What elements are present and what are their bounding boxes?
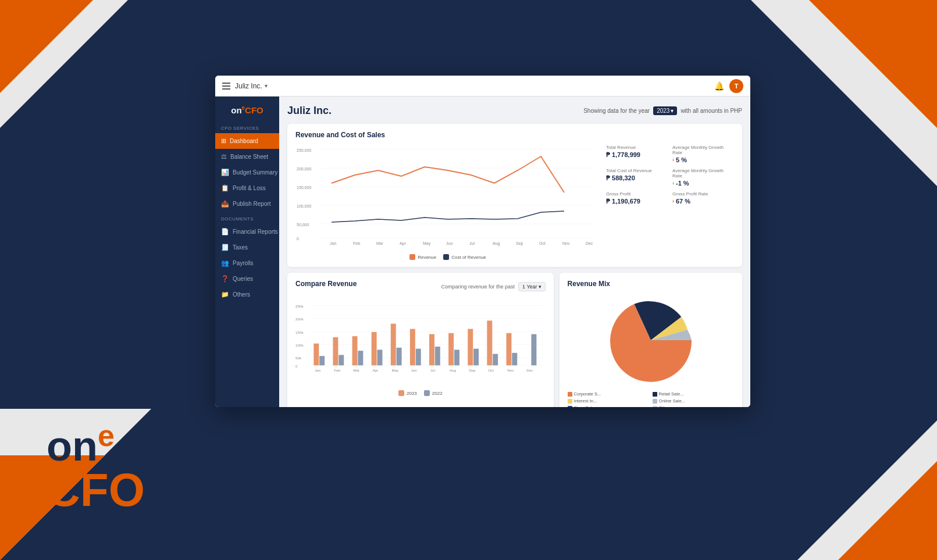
compare-chart-legend: 2023 2022 bbox=[295, 390, 546, 396]
sidebar-item-taxes[interactable]: 🧾 Taxes bbox=[215, 240, 279, 255]
stat-total-cost-label: Total Cost of Revenue bbox=[606, 168, 668, 173]
bar-2023-may bbox=[391, 324, 396, 366]
year-value: 2023 bbox=[657, 108, 669, 114]
period-value: 1 Year bbox=[522, 284, 537, 290]
stat-total-revenue-value: ₱ 1,778,999 bbox=[606, 151, 668, 159]
svg-text:Oct: Oct bbox=[539, 241, 546, 245]
pie-dot-corporate bbox=[568, 392, 572, 397]
pie-label-corporate: Corporate S... bbox=[574, 391, 601, 397]
chevron-down-icon: ▾ bbox=[265, 83, 268, 89]
user-avatar[interactable]: T bbox=[729, 79, 743, 93]
profit-icon: 📋 bbox=[221, 184, 229, 192]
sidebar-label-publish: Publish Report bbox=[233, 201, 271, 207]
bar-2022-nov bbox=[512, 353, 517, 365]
bar-2022-oct bbox=[493, 354, 498, 366]
year-selector: Showing data for the year 2023 ▾ with al… bbox=[583, 106, 742, 115]
pie-legend-corporate: Corporate S... bbox=[568, 391, 649, 397]
revenue-mix-pie-chart bbox=[604, 294, 697, 387]
legend-2022: 2022 bbox=[424, 390, 443, 396]
sidebar-item-publish-report[interactable]: 📤 Publish Report bbox=[215, 196, 279, 212]
svg-text:100,000: 100,000 bbox=[297, 204, 311, 208]
svg-text:100k: 100k bbox=[295, 343, 304, 347]
sidebar-item-financial-reports[interactable]: 📄 Financial Reports bbox=[215, 224, 279, 240]
stat-total-revenue: Total Revenue ₱ 1,778,999 bbox=[606, 145, 668, 163]
legend-label-revenue: Revenue bbox=[418, 255, 436, 260]
bar-2023-mar bbox=[352, 336, 358, 365]
sidebar-item-others[interactable]: 📁 Others bbox=[215, 287, 279, 302]
svg-text:Mar: Mar bbox=[353, 368, 359, 372]
balance-sheet-icon: ⚖ bbox=[221, 153, 227, 160]
compare-chart-title: Compare Revenue bbox=[295, 280, 357, 288]
bar-2023-oct bbox=[487, 320, 492, 365]
pie-legend-online: Online Sale... bbox=[653, 398, 734, 404]
dashboard-icon: ⊞ bbox=[221, 137, 226, 145]
period-chevron-icon: ▾ bbox=[539, 284, 541, 290]
svg-text:May: May bbox=[392, 368, 400, 372]
pie-label-store: Store Sales bbox=[574, 405, 597, 407]
brand-logo-bottom: one CFO bbox=[47, 420, 145, 513]
bar-2023-aug bbox=[448, 333, 454, 365]
bar-2023-sep bbox=[468, 329, 473, 366]
stat-total-cost: Total Cost of Revenue ₱ 588,320 bbox=[606, 168, 668, 187]
bar-2022-feb bbox=[339, 355, 344, 365]
svg-text:Aug: Aug bbox=[493, 241, 500, 246]
svg-text:Jan: Jan bbox=[330, 241, 336, 245]
sidebar-item-balance-sheet[interactable]: ⚖ Balance Sheet bbox=[215, 149, 279, 165]
revenue-cost-card: Revenue and Cost of Sales 250,000 200,00… bbox=[287, 124, 742, 267]
sidebar-item-payrolls[interactable]: 👥 Payrolls bbox=[215, 255, 279, 271]
sidebar-section-cfo-services: CFO SERVICES bbox=[215, 121, 279, 133]
pie-dot-others bbox=[653, 406, 657, 408]
sidebar-item-budget-summary[interactable]: 📊 Budget Summary bbox=[215, 165, 279, 180]
sidebar: one CFO CFO SERVICES ⊞ Dashboard ⚖ Balan… bbox=[215, 97, 279, 407]
svg-text:Feb: Feb bbox=[334, 368, 340, 372]
pie-dot-retail bbox=[653, 392, 657, 397]
pie-legend: Corporate S... Retail Sale... Interest I… bbox=[568, 391, 734, 407]
sidebar-item-profit-loss[interactable]: 📋 Profit & Loss bbox=[215, 180, 279, 196]
bar-2022-apr bbox=[377, 349, 383, 365]
svg-text:Jun: Jun bbox=[411, 368, 418, 372]
svg-text:250k: 250k bbox=[295, 304, 304, 308]
bar-2023-feb bbox=[333, 337, 338, 365]
year-chevron-icon: ▾ bbox=[671, 108, 674, 114]
page-header: Juliz Inc. Showing data for the year 202… bbox=[287, 105, 742, 117]
legend-dot-2022 bbox=[424, 390, 430, 396]
svg-text:Jul: Jul bbox=[469, 241, 475, 245]
svg-text:0: 0 bbox=[297, 237, 299, 241]
svg-text:Dec: Dec bbox=[586, 241, 593, 245]
company-dropdown[interactable]: Juliz Inc. ▾ bbox=[235, 82, 268, 90]
stat-cost-growth-value: › -1 % bbox=[672, 180, 734, 187]
bar-2023-apr bbox=[372, 332, 377, 365]
pie-legend-store: Store Sales bbox=[568, 405, 649, 407]
hamburger-menu[interactable] bbox=[222, 83, 230, 90]
svg-text:0: 0 bbox=[295, 364, 298, 368]
sidebar-label-taxes: Taxes bbox=[233, 244, 248, 251]
svg-text:Oct: Oct bbox=[488, 368, 494, 372]
pie-dot-store bbox=[568, 406, 572, 408]
revenue-line-chart: 250,000 200,000 150,000 100,000 50,000 0 bbox=[295, 145, 600, 249]
app-window: Juliz Inc. ▾ 🔔 T one CFO CFO SERVICES ⊞ … bbox=[215, 76, 750, 407]
period-selector[interactable]: 1 Year ▾ bbox=[518, 282, 546, 291]
taxes-icon: 🧾 bbox=[221, 244, 229, 251]
stat-gross-profit: Gross Profit ₱ 1,190,679 bbox=[606, 191, 668, 205]
stat-avg-growth: Average Monthly Growth Rate › 5 % bbox=[672, 145, 734, 163]
top-bar-right: 🔔 T bbox=[713, 79, 743, 93]
publish-icon: 📤 bbox=[221, 200, 229, 208]
stat-total-revenue-label: Total Revenue bbox=[606, 145, 668, 150]
stat-gross-profit-label: Gross Profit bbox=[606, 191, 668, 197]
legend-label-cost: Cost of Revenue bbox=[451, 255, 486, 260]
sidebar-item-queries[interactable]: ❓ Queries bbox=[215, 271, 279, 287]
svg-text:250,000: 250,000 bbox=[297, 148, 311, 152]
legend-label-2023: 2023 bbox=[407, 391, 417, 396]
revenue-chart-svg-area: 250,000 200,000 150,000 100,000 50,000 0 bbox=[295, 145, 600, 260]
svg-text:Aug: Aug bbox=[450, 368, 457, 372]
sidebar-item-dashboard[interactable]: ⊞ Dashboard bbox=[215, 133, 279, 149]
sidebar-label-queries: Queries bbox=[233, 276, 253, 282]
legend-dot-2023 bbox=[398, 390, 404, 396]
sidebar-label-financial-reports: Financial Reports bbox=[233, 229, 278, 235]
year-badge[interactable]: 2023 ▾ bbox=[653, 106, 677, 115]
notification-icon[interactable]: 🔔 bbox=[713, 80, 725, 92]
svg-text:150k: 150k bbox=[295, 330, 304, 334]
sidebar-label-payrolls: Payrolls bbox=[233, 260, 254, 266]
svg-text:150,000: 150,000 bbox=[297, 186, 311, 190]
svg-text:Sep: Sep bbox=[516, 241, 523, 246]
